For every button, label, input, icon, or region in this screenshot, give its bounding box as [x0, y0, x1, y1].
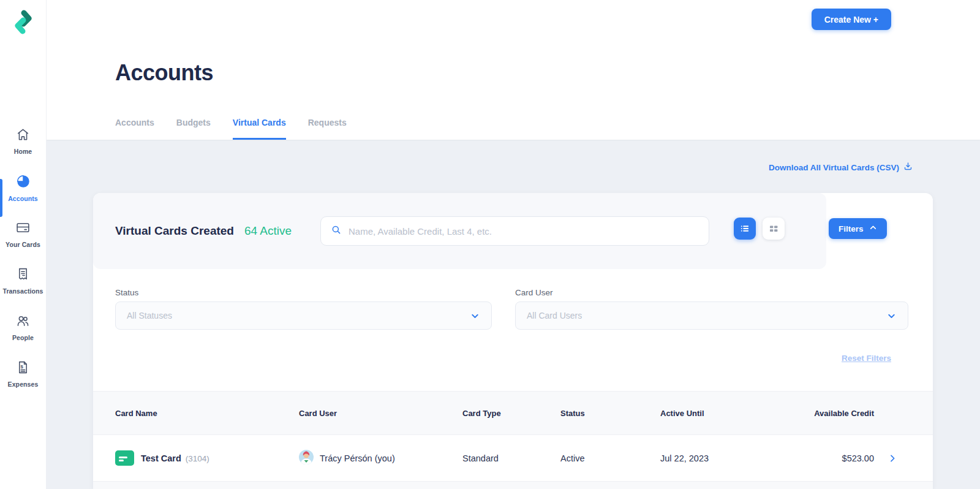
sidebar-item-transactions[interactable]: Transactions	[0, 257, 46, 304]
sidebar-item-people[interactable]: People	[0, 304, 46, 351]
status-filter-dropdown[interactable]: All Statuses	[115, 301, 492, 330]
available-credit: $523.00	[807, 453, 874, 463]
tab-requests[interactable]: Requests	[308, 118, 347, 140]
receipt-icon	[15, 267, 31, 284]
card-user-filter-value: All Card Users	[527, 311, 582, 320]
avatar	[299, 450, 314, 466]
row-chevron-right-icon[interactable]	[874, 453, 911, 463]
page-header: Create New + Accounts Accounts Budgets V…	[47, 0, 980, 140]
table-row[interactable]: Test Card(3104)	[93, 435, 933, 481]
card-type: Standard	[462, 453, 560, 463]
active-count-badge: 64 Active	[244, 224, 292, 238]
download-csv-label: Download All Virtual Cards (CSV)	[769, 163, 899, 172]
sidebar-item-label: Transactions	[3, 287, 43, 295]
download-icon	[903, 162, 913, 173]
column-header-card-type: Card Type	[462, 409, 560, 418]
filters-button-label: Filters	[839, 224, 864, 233]
tab-budgets[interactable]: Budgets	[176, 118, 211, 140]
card-user-filter-dropdown[interactable]: All Card Users	[515, 301, 908, 330]
create-new-button[interactable]: Create New +	[812, 9, 891, 30]
search-box	[320, 216, 709, 246]
sidebar-item-label: Your Cards	[6, 241, 40, 248]
sidebar-item-home[interactable]: Home	[0, 118, 46, 164]
page-title: Accounts	[115, 60, 213, 86]
sidebar-item-label: Accounts	[8, 195, 38, 202]
view-toggle-group	[734, 218, 785, 240]
expense-doc-icon: $	[15, 360, 31, 377]
virtual-card-icon	[115, 450, 134, 466]
sidebar: Home Accounts Your Cards	[0, 0, 47, 489]
main-area: Create New + Accounts Accounts Budgets V…	[47, 0, 980, 489]
card-last4: (3104)	[186, 454, 209, 463]
card-user-name: Trácy Pérsón (you)	[320, 453, 395, 463]
tab-virtual-cards[interactable]: Virtual Cards	[233, 118, 286, 140]
next-row-edge	[93, 481, 933, 489]
table-header-row: Card Name Card User Card Type Status Act…	[93, 391, 933, 435]
tab-bar: Accounts Budgets Virtual Cards Requests	[115, 118, 347, 140]
column-header-available-credit: Available Credit	[807, 409, 874, 418]
column-header-active-until: Active Until	[660, 409, 807, 418]
people-icon	[15, 313, 31, 331]
column-header-card-user: Card User	[299, 409, 462, 418]
column-header-status: Status	[560, 409, 660, 418]
panel-title: Virtual Cards Created	[115, 224, 234, 238]
chevron-down-icon	[886, 311, 897, 321]
sidebar-item-expenses[interactable]: $ Expenses	[0, 351, 46, 397]
active-until-date: Jul 22, 2023	[660, 453, 807, 463]
credit-card-icon	[15, 220, 31, 238]
list-view-button[interactable]	[734, 218, 756, 240]
search-input[interactable]	[349, 226, 699, 237]
pie-chart-icon	[15, 173, 31, 192]
grid-view-button[interactable]	[763, 218, 785, 240]
column-header-card-name: Card Name	[115, 409, 299, 418]
brand-logo-icon[interactable]	[10, 7, 37, 39]
status-badge: Active	[560, 453, 660, 463]
tab-accounts[interactable]: Accounts	[115, 118, 154, 140]
filters-button[interactable]: Filters	[829, 218, 887, 239]
reset-filters-link[interactable]: Reset Filters	[842, 354, 891, 363]
sidebar-item-your-cards[interactable]: Your Cards	[0, 211, 46, 257]
download-csv-link[interactable]: Download All Virtual Cards (CSV)	[769, 162, 913, 173]
sidebar-nav: Home Accounts Your Cards	[0, 118, 46, 397]
home-icon	[15, 127, 31, 145]
sidebar-item-label: People	[12, 334, 34, 341]
svg-text:$: $	[21, 364, 24, 370]
sidebar-item-label: Expenses	[8, 381, 39, 388]
card-user-filter-label: Card User	[515, 288, 553, 297]
virtual-cards-table: Card Name Card User Card Type Status Act…	[93, 391, 933, 489]
chevron-up-icon	[869, 224, 877, 233]
sidebar-item-label: Home	[14, 148, 32, 155]
status-filter-value: All Statuses	[127, 311, 172, 320]
sidebar-item-accounts[interactable]: Accounts	[0, 164, 46, 211]
card-name: Test Card	[141, 453, 181, 463]
chevron-down-icon	[470, 311, 480, 321]
content-area: Download All Virtual Cards (CSV) Virtual…	[47, 140, 980, 489]
search-icon	[331, 224, 342, 238]
status-filter-label: Status	[115, 288, 138, 297]
virtual-cards-panel: Virtual Cards Created 64 Active	[93, 193, 933, 489]
panel-header: Virtual Cards Created 64 Active	[93, 193, 826, 269]
